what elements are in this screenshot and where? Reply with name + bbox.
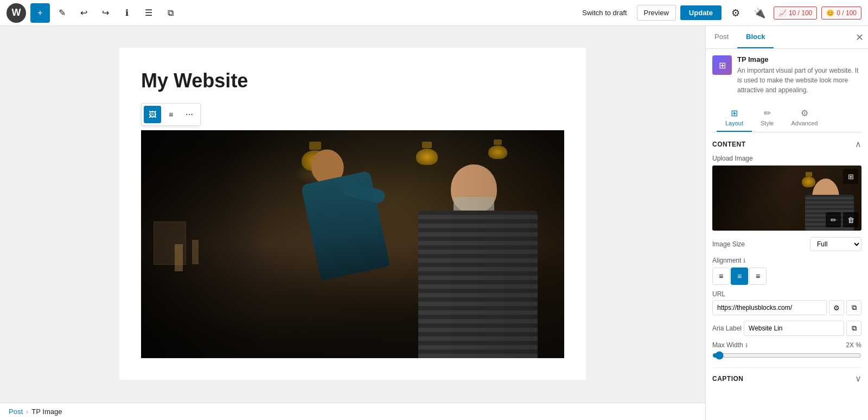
aria-save-button[interactable]: ⧉	[846, 321, 861, 336]
image-preview-container[interactable]: ⊞ ✏ 🗑	[712, 166, 861, 231]
breadcrumb-current: TP Image	[31, 408, 62, 416]
image-preview-actions: ✏ 🗑	[826, 212, 858, 227]
upload-image-control: Upload Image	[712, 155, 861, 231]
align-right-button[interactable]: ≡	[749, 268, 767, 285]
seo-score-value: 10 / 100	[789, 9, 812, 17]
caption-section-header: Caption ∨	[712, 373, 861, 384]
image-size-select[interactable]: Full Large Medium Thumbnail	[810, 237, 861, 251]
url-row: ⚙ ⧉	[712, 300, 861, 315]
max-width-info-icon: ℹ	[745, 342, 748, 349]
block-toolbar: 🖼 ≡ ⋯	[141, 103, 201, 126]
content-section-toggle[interactable]: ∧	[855, 139, 861, 149]
copy-button[interactable]: ⧉	[161, 3, 180, 23]
block-image-button[interactable]: 🖼	[144, 106, 161, 123]
panel-layout-label: Layout	[725, 120, 743, 126]
preview-button[interactable]: Preview	[637, 5, 676, 21]
alignment-label: Alignment	[712, 257, 741, 264]
update-button[interactable]: Update	[680, 5, 722, 20]
seo-score-icon: 📈	[778, 9, 787, 17]
aria-label-text: Aria Label	[712, 324, 742, 332]
caption-section-label: Caption	[712, 375, 744, 383]
breadcrumb: Post › TP Image	[0, 403, 705, 420]
breadcrumb-post[interactable]: Post	[9, 408, 23, 416]
url-input[interactable]	[712, 300, 827, 315]
caption-section-toggle[interactable]: ∨	[855, 373, 861, 384]
aria-label-input[interactable]	[744, 321, 844, 336]
block-description: An important visual part of your website…	[737, 66, 861, 95]
toolbar: W + ✎ ↩ ↪ ℹ ☰ ⧉ Switch to draft Preview …	[0, 0, 868, 26]
readability-score-badge[interactable]: 😊 0 / 100	[821, 7, 861, 20]
toolbar-right: Switch to draft Preview Update ⚙ 🔌 📈 10 …	[577, 3, 861, 23]
panel-tab-advanced[interactable]: ⚙ Advanced	[783, 104, 827, 132]
breadcrumb-separator: ›	[26, 408, 28, 416]
alignment-info-icon: ℹ	[743, 257, 745, 264]
block-info: ⊞ TP Image An important visual part of y…	[712, 55, 861, 95]
panel-style-label: Style	[761, 120, 774, 126]
max-width-value: 2X %	[846, 341, 861, 349]
block-name: TP Image	[737, 55, 861, 63]
max-width-slider[interactable]	[712, 351, 861, 360]
alignment-control: Alignment ℹ ≡ ≡ ≡	[712, 257, 861, 285]
panel-tab-layout[interactable]: ⊞ Layout	[717, 104, 752, 132]
layout-icon: ⊞	[731, 108, 738, 118]
tab-post[interactable]: Post	[706, 26, 737, 48]
image-edit-button[interactable]: ✏	[826, 212, 841, 227]
alignment-group: ≡ ≡ ≡	[712, 268, 861, 285]
page-title: My Website	[141, 69, 564, 92]
style-icon: ✏	[764, 108, 771, 118]
editor-area[interactable]: My Website 🖼 ≡ ⋯	[0, 26, 705, 420]
aria-label-control: Aria Label ⧉	[712, 321, 861, 336]
sidebar-body: ⊞ TP Image An important visual part of y…	[706, 49, 868, 420]
image-size-control: Image Size Full Large Medium Thumbnail	[712, 237, 861, 251]
barber-scene	[141, 130, 564, 358]
switch-to-draft-button[interactable]: Switch to draft	[577, 5, 632, 20]
panel-tabs: ⊞ Layout ✏ Style ⚙ Advanced	[712, 104, 861, 132]
advanced-icon: ⚙	[801, 108, 808, 118]
sidebar: Post Block ✕ ⊞ TP Image An important vis…	[705, 26, 868, 420]
list-view-button[interactable]: ☰	[139, 3, 158, 23]
panel-tab-style[interactable]: ✏ Style	[752, 104, 782, 132]
align-left-button[interactable]: ≡	[712, 268, 730, 285]
section-divider	[712, 367, 861, 368]
url-label: URL	[712, 290, 861, 298]
block-icon: ⊞	[712, 55, 732, 75]
content-section-label: Content	[712, 141, 746, 148]
image-size-label: Image Size	[712, 240, 745, 248]
block-info-text: TP Image An important visual part of you…	[737, 55, 861, 95]
main-layout: My Website 🖼 ≡ ⋯	[0, 26, 868, 420]
image-placeholder	[141, 130, 564, 358]
upload-image-label: Upload Image	[712, 155, 861, 162]
wp-logo[interactable]: W	[7, 3, 26, 23]
seo-score-badge[interactable]: 📈 10 / 100	[774, 7, 817, 20]
image-media-button[interactable]: ⊞	[843, 169, 858, 184]
readability-score-icon: 😊	[826, 9, 834, 17]
image-block[interactable]	[141, 130, 564, 358]
block-align-button[interactable]: ≡	[162, 106, 180, 123]
tools-button[interactable]: ✎	[52, 3, 72, 23]
add-block-button[interactable]: +	[30, 3, 50, 23]
plugins-button[interactable]: 🔌	[750, 3, 769, 23]
info-button[interactable]: ℹ	[117, 3, 137, 23]
image-delete-button[interactable]: 🗑	[843, 212, 858, 227]
content-section-header: Content ∧	[712, 139, 861, 149]
readability-score-value: 0 / 100	[837, 9, 857, 17]
page-content: My Website 🖼 ≡ ⋯	[119, 48, 586, 380]
slider-row	[712, 351, 861, 362]
url-settings-button[interactable]: ⚙	[829, 300, 844, 315]
url-control: URL ⚙ ⧉	[712, 290, 861, 315]
settings-button[interactable]: ⚙	[726, 3, 745, 23]
block-more-button[interactable]: ⋯	[181, 106, 198, 123]
tab-block[interactable]: Block	[737, 26, 774, 48]
max-width-label: Max Width ℹ	[712, 341, 748, 349]
tp-image-icon: ⊞	[719, 60, 726, 71]
align-center-button[interactable]: ≡	[731, 268, 748, 285]
sidebar-close-button[interactable]: ✕	[851, 27, 868, 48]
max-width-control: Max Width ℹ 2X %	[712, 341, 861, 362]
url-copy-button[interactable]: ⧉	[846, 300, 861, 315]
max-width-row: Max Width ℹ 2X %	[712, 341, 861, 349]
undo-button[interactable]: ↩	[74, 3, 93, 23]
redo-button[interactable]: ↪	[95, 3, 115, 23]
panel-advanced-label: Advanced	[792, 120, 818, 126]
